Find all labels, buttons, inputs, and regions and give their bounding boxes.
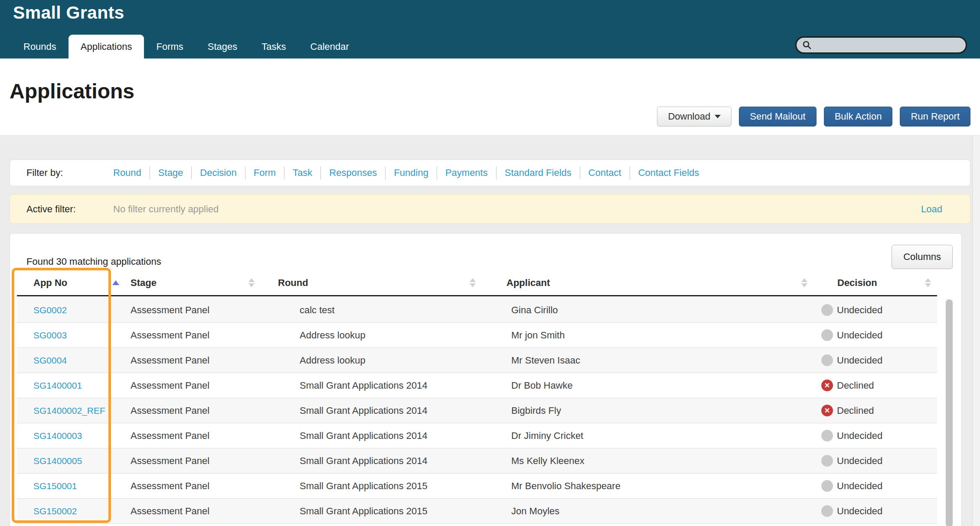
stage-cell: Assessment Panel (122, 506, 261, 517)
app-no-link[interactable]: SG1400005 (33, 456, 82, 466)
page-title: Applications (10, 79, 134, 103)
download-label: Download (668, 111, 710, 122)
app-no-link[interactable]: SG1400003 (33, 431, 82, 441)
nav-tab[interactable]: Applications (69, 35, 144, 58)
filter-link-item: Standard Fields (496, 166, 580, 179)
sort-icon (925, 278, 931, 287)
search-box[interactable] (795, 36, 967, 54)
stage-cell: Assessment Panel (122, 330, 261, 341)
stage-cell: Assessment Panel (122, 380, 261, 391)
decision-status-icon (821, 505, 833, 517)
filter-link[interactable]: Contact Fields (638, 167, 699, 178)
table-scrollbar (945, 299, 954, 526)
app-no-link[interactable]: SG0003 (33, 330, 67, 340)
sort-icon (801, 278, 807, 287)
filter-link[interactable]: Contact (588, 167, 621, 178)
filter-link[interactable]: Round (113, 167, 141, 178)
app-no-link[interactable]: SG150001 (33, 481, 77, 491)
filter-by-label: Filter by: (26, 167, 113, 179)
applicant-cell: Ms Kelly Kleenex (482, 455, 813, 467)
round-cell: Small Grant Applications 2015 (261, 481, 482, 492)
active-filter-label: Active filter: (26, 204, 113, 215)
send-mailout-button[interactable]: Send Mailout (739, 107, 816, 127)
decision-status-icon (821, 329, 833, 341)
decision-label: Undecided (837, 305, 882, 316)
decision-label: Declined (837, 380, 874, 391)
table-row: SG0002 Assessment Panel calc test Gina C… (17, 298, 937, 323)
filter-link-item: Stage (150, 166, 192, 179)
bulk-action-button[interactable]: Bulk Action (824, 107, 893, 127)
decision-cell: Undecided (813, 304, 937, 316)
sort-icon (470, 278, 476, 287)
filter-link[interactable]: Task (293, 167, 312, 178)
decision-status-icon: ✕ (821, 380, 833, 391)
filter-link-item: Form (245, 166, 284, 179)
nav-tab[interactable]: Forms (144, 35, 195, 58)
column-header-app-no[interactable]: App No (17, 270, 122, 295)
app-no-link[interactable]: SG0002 (33, 305, 67, 315)
window-scrollbar[interactable] (972, 136, 980, 526)
decision-label: Undecided (837, 481, 882, 492)
column-header-stage[interactable]: Stage (122, 270, 261, 295)
filter-link[interactable]: Standard Fields (505, 167, 572, 178)
filter-link-item: Decision (191, 166, 245, 179)
app-title: Small Grants (13, 3, 124, 23)
round-cell: Small Grant Applications 2015 (261, 506, 482, 517)
stage-cell: Assessment Panel (122, 355, 261, 366)
decision-label: Undecided (837, 430, 882, 442)
app-no-link[interactable]: SG0004 (33, 355, 67, 365)
decision-status-icon (821, 304, 833, 316)
nav-tab[interactable]: Rounds (11, 35, 69, 58)
applicant-cell: Dr Jiminy Cricket (482, 430, 813, 442)
nav-tab[interactable]: Stages (196, 35, 250, 58)
applicant-cell: Dr Bob Hawke (482, 380, 813, 391)
app-no-link[interactable]: SG1400002_REF (33, 406, 105, 416)
table-scrollbar-thumb[interactable] (946, 299, 953, 526)
column-header-applicant[interactable]: Applicant (482, 270, 813, 295)
nav-tab[interactable]: Tasks (249, 35, 298, 58)
round-cell: Address lookup (261, 330, 482, 341)
filter-link-item: Task (284, 166, 320, 179)
table-body: SG0002 Assessment Panel calc test Gina C… (17, 298, 937, 524)
decision-status-icon (821, 455, 833, 467)
decision-cell: Undecided (813, 455, 937, 467)
search-input[interactable] (816, 40, 960, 50)
table-row: SG0003 Assessment Panel Address lookup M… (17, 323, 937, 348)
decision-cell: Undecided (813, 354, 937, 366)
sort-icon (248, 278, 255, 287)
filter-link[interactable]: Funding (394, 167, 428, 178)
decision-cell: Undecided (813, 430, 937, 442)
table-row: SG1400002_REF Assessment Panel Small Gra… (17, 398, 937, 423)
decision-label: Undecided (837, 455, 882, 467)
nav-tab[interactable]: Calendar (298, 35, 361, 58)
filter-link[interactable]: Payments (445, 167, 488, 178)
round-cell: calc test (261, 305, 482, 316)
filter-link-item: Contact (580, 166, 630, 179)
filter-link[interactable]: Stage (158, 167, 183, 178)
stage-cell: Assessment Panel (122, 455, 261, 467)
run-report-button[interactable]: Run Report (900, 107, 970, 127)
column-header-decision[interactable]: Decision (813, 270, 937, 295)
round-cell: Small Grant Applications 2014 (261, 380, 482, 391)
round-cell: Small Grant Applications 2014 (261, 455, 482, 467)
columns-button[interactable]: Columns (892, 245, 953, 269)
nav-tabs: Rounds Applications Forms Stages Tasks C… (11, 35, 361, 58)
round-cell: Small Grant Applications 2014 (261, 405, 482, 416)
app-no-link[interactable]: SG1400001 (33, 380, 82, 390)
stage-cell: Assessment Panel (122, 405, 261, 416)
table-row: SG1400005 Assessment Panel Small Grant A… (17, 448, 937, 474)
filter-link[interactable]: Form (254, 167, 276, 178)
app-no-link[interactable]: SG150002 (33, 506, 77, 516)
active-filter-status: No filter currently applied (113, 204, 219, 215)
download-button[interactable]: Download (657, 107, 732, 127)
filter-link[interactable]: Decision (200, 167, 236, 178)
decision-cell: ✕ Declined (813, 405, 937, 416)
stage-cell: Assessment Panel (122, 481, 261, 492)
toolbar: Download Send Mailout Bulk Action Run Re… (657, 107, 970, 127)
filter-links: Round Stage Decision Form Task Responses… (113, 166, 707, 179)
round-cell: Address lookup (261, 355, 482, 366)
table-row: SG0004 Assessment Panel Address lookup M… (17, 348, 937, 373)
filter-link[interactable]: Responses (329, 167, 377, 178)
column-header-round[interactable]: Round (261, 270, 482, 295)
load-filter-link[interactable]: Load (921, 204, 942, 215)
